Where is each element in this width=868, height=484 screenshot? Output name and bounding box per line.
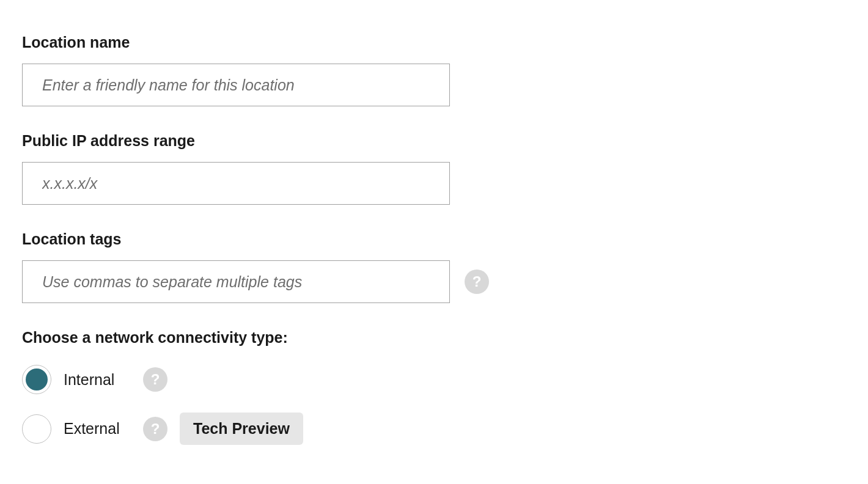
- location-name-group: Location name: [22, 34, 846, 106]
- location-tags-input[interactable]: [22, 260, 450, 303]
- public-ip-group: Public IP address range: [22, 132, 846, 205]
- location-tags-label: Location tags: [22, 230, 846, 248]
- connectivity-label: Choose a network connectivity type:: [22, 329, 846, 346]
- connectivity-internal-row: Internal ?: [22, 365, 846, 394]
- location-name-label: Location name: [22, 34, 846, 51]
- location-tags-help-icon[interactable]: ?: [465, 270, 489, 294]
- location-tags-row: ?: [22, 260, 846, 303]
- connectivity-external-radio[interactable]: [22, 414, 51, 444]
- location-name-input[interactable]: [22, 64, 450, 106]
- connectivity-external-label: External: [64, 420, 131, 438]
- connectivity-internal-help-icon[interactable]: ?: [143, 367, 167, 392]
- public-ip-input[interactable]: [22, 162, 450, 205]
- connectivity-internal-radio[interactable]: [22, 365, 51, 394]
- connectivity-group: Choose a network connectivity type: Inte…: [22, 329, 846, 445]
- connectivity-internal-label: Internal: [64, 371, 131, 389]
- connectivity-external-help-icon[interactable]: ?: [143, 417, 167, 441]
- public-ip-label: Public IP address range: [22, 132, 846, 150]
- connectivity-external-row: External ? Tech Preview: [22, 413, 846, 445]
- tech-preview-badge: Tech Preview: [180, 413, 303, 445]
- location-tags-group: Location tags ?: [22, 230, 846, 303]
